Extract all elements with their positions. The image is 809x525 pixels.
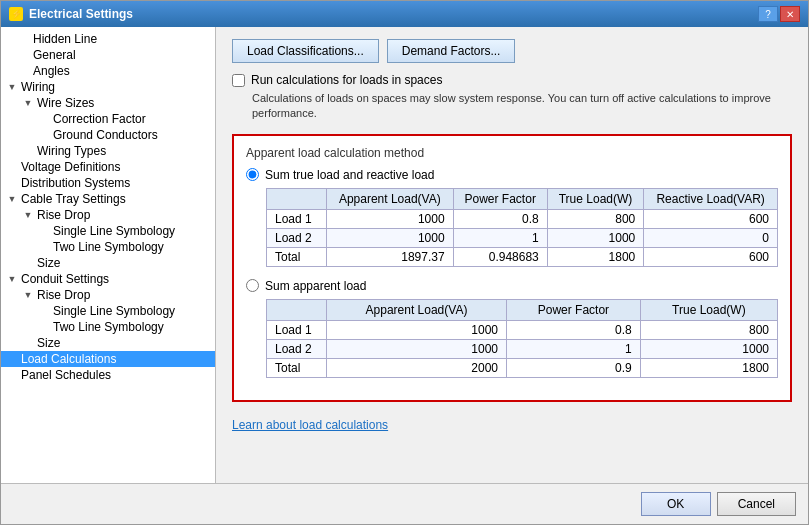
tree-label-rise-drop-1: Rise Drop [35,208,90,222]
title-bar-controls: ? ✕ [758,6,800,22]
title-bar: ⚡ Electrical Settings ? ✕ [1,1,808,27]
tree-toggle-size-2 [21,336,35,350]
tree-toggle-cable-tray-settings: ▼ [5,192,19,206]
tree-item-angles[interactable]: Angles [1,63,215,79]
tree-label-wire-sizes: Wire Sizes [35,96,94,110]
tree-item-hidden-line[interactable]: Hidden Line [1,31,215,47]
table1: Apparent Load(VA)Power FactorTrue Load(W… [266,188,778,267]
tree-toggle-hidden-line [17,32,31,46]
tree-toggle-voltage-definitions [5,160,19,174]
tree-label-ground-conductors: Ground Conductors [51,128,158,142]
radio-sum-apparent-row: Sum apparent load [246,279,778,293]
table1-cell-1-3: 1000 [547,228,644,247]
title-bar-left: ⚡ Electrical Settings [9,7,133,21]
table2-cell-2-1: 2000 [327,358,507,377]
cancel-button[interactable]: Cancel [717,492,796,516]
tree-item-wiring[interactable]: ▼Wiring [1,79,215,95]
table1-header-1: Apparent Load(VA) [327,188,454,209]
table2-body: Load 110000.8800Load 2100011000Total2000… [267,320,778,377]
tree-label-size-1: Size [35,256,60,270]
table2-cell-1-0: Load 2 [267,339,327,358]
top-buttons: Load Classifications... Demand Factors..… [232,39,792,63]
tree-toggle-two-line-2 [37,320,51,334]
tree-label-cable-tray-settings: Cable Tray Settings [19,192,126,206]
radio-sum-true-load-label: Sum true load and reactive load [265,168,434,182]
tree-label-wiring-types: Wiring Types [35,144,106,158]
table2-header-0 [267,299,327,320]
table2-header-3: True Load(W) [640,299,777,320]
table2-cell-1-2: 1 [506,339,640,358]
tree-item-cable-tray-settings[interactable]: ▼Cable Tray Settings [1,191,215,207]
demand-factors-button[interactable]: Demand Factors... [387,39,516,63]
tree-item-single-line-2[interactable]: Single Line Symbology [1,303,215,319]
tree-toggle-panel-schedules [5,368,19,382]
tree-toggle-rise-drop-2: ▼ [21,288,35,302]
tree-toggle-distribution-systems [5,176,19,190]
table1-cell-2-3: 1800 [547,247,644,266]
table2-cell-0-2: 0.8 [506,320,640,339]
table2-cell-2-0: Total [267,358,327,377]
tree-item-conduit-settings[interactable]: ▼Conduit Settings [1,271,215,287]
table2-cell-0-3: 800 [640,320,777,339]
tree-toggle-two-line-1 [37,240,51,254]
tree-item-load-calculations[interactable]: Load Calculations [1,351,215,367]
tree-toggle-rise-drop-1: ▼ [21,208,35,222]
table1-cell-2-4: 600 [644,247,778,266]
table1-cell-1-4: 0 [644,228,778,247]
table2-row-1: Load 2100011000 [267,339,778,358]
run-calculations-checkbox[interactable] [232,74,245,87]
table1-cell-0-2: 0.8 [453,209,547,228]
tree-item-general[interactable]: General [1,47,215,63]
tree-label-conduit-settings: Conduit Settings [19,272,109,286]
tree-label-rise-drop-2: Rise Drop [35,288,90,302]
tree-toggle-general [17,48,31,62]
table1-cell-2-0: Total [267,247,327,266]
tree-item-rise-drop-1[interactable]: ▼Rise Drop [1,207,215,223]
tree-item-ground-conductors[interactable]: Ground Conductors [1,127,215,143]
tree-toggle-correction-factor [37,112,51,126]
table1-header-2: Power Factor [453,188,547,209]
learn-more-link[interactable]: Learn about load calculations [232,418,388,432]
tree-label-angles: Angles [31,64,70,78]
tree-label-panel-schedules: Panel Schedules [19,368,111,382]
table1-body: Load 110000.8800600Load 21000110000Total… [267,209,778,266]
table1-cell-0-0: Load 1 [267,209,327,228]
tree-label-correction-factor: Correction Factor [51,112,146,126]
ok-button[interactable]: OK [641,492,711,516]
tree-item-panel-schedules[interactable]: Panel Schedules [1,367,215,383]
electrical-settings-dialog: ⚡ Electrical Settings ? ✕ Hidden LineGen… [0,0,809,525]
tree-item-wiring-types[interactable]: Wiring Types [1,143,215,159]
dialog-title: Electrical Settings [29,7,133,21]
tree-item-voltage-definitions[interactable]: Voltage Definitions [1,159,215,175]
table1-cell-0-4: 600 [644,209,778,228]
table2-cell-1-1: 1000 [327,339,507,358]
radio-sum-true-load[interactable] [246,168,259,181]
table2-cell-0-0: Load 1 [267,320,327,339]
tree-label-wiring: Wiring [19,80,55,94]
tree-toggle-wiring: ▼ [5,80,19,94]
table1-cell-1-2: 1 [453,228,547,247]
tree-item-size-2[interactable]: Size [1,335,215,351]
tree-label-single-line-1: Single Line Symbology [51,224,175,238]
tree-item-two-line-1[interactable]: Two Line Symbology [1,239,215,255]
tree-item-correction-factor[interactable]: Correction Factor [1,111,215,127]
tree-item-single-line-1[interactable]: Single Line Symbology [1,223,215,239]
tree-item-two-line-2[interactable]: Two Line Symbology [1,319,215,335]
tree-toggle-ground-conductors [37,128,51,142]
tree-label-two-line-2: Two Line Symbology [51,320,164,334]
table1-cell-0-3: 800 [547,209,644,228]
tree-label-distribution-systems: Distribution Systems [19,176,130,190]
load-classifications-button[interactable]: Load Classifications... [232,39,379,63]
tree-item-size-1[interactable]: Size [1,255,215,271]
table1-row-1: Load 21000110000 [267,228,778,247]
tree-panel: Hidden LineGeneralAngles▼Wiring▼Wire Siz… [1,27,216,483]
tree-item-distribution-systems[interactable]: Distribution Systems [1,175,215,191]
tree-label-hidden-line: Hidden Line [31,32,97,46]
help-button[interactable]: ? [758,6,778,22]
tree-item-wire-sizes[interactable]: ▼Wire Sizes [1,95,215,111]
radio-sum-apparent[interactable] [246,279,259,292]
tree-toggle-size-1 [21,256,35,270]
tree-item-rise-drop-2[interactable]: ▼Rise Drop [1,287,215,303]
close-button[interactable]: ✕ [780,6,800,22]
table2-header-1: Apparent Load(VA) [327,299,507,320]
